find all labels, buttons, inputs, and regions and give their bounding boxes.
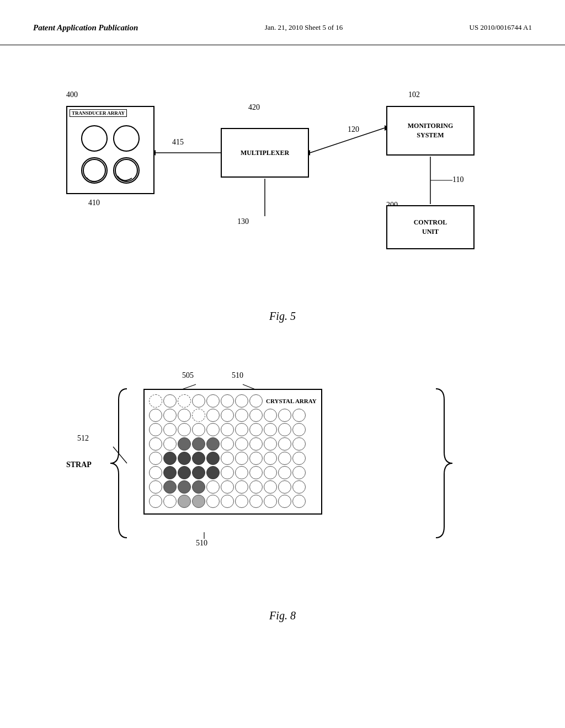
c2-8: [249, 409, 263, 422]
c6-8: [249, 466, 263, 479]
c1-1: [149, 394, 162, 408]
c7-7: [235, 480, 248, 494]
label-512: 512: [77, 434, 89, 443]
c5-6: [221, 452, 234, 465]
c4-5: [206, 437, 220, 451]
control-box: CONTROL UNIT: [386, 205, 475, 249]
c3-2: [163, 423, 177, 436]
c6-6: [221, 466, 234, 479]
c2-9: [264, 409, 277, 422]
c7-3: [178, 480, 191, 494]
crystal-row-2: [149, 409, 317, 422]
crystal-row-1: CRYSTAL ARRAY: [149, 394, 317, 408]
c4-7: [235, 437, 248, 451]
c4-2: [163, 437, 177, 451]
c6-5: [206, 466, 220, 479]
c3-9: [264, 423, 277, 436]
label-415: 415: [172, 138, 184, 147]
c7-2: [163, 480, 177, 494]
figure-5: 400 TRANSDUCER ARRAY: [33, 73, 532, 304]
c2-4: [192, 409, 205, 422]
page-content: 400 TRANSDUCER ARRAY: [0, 45, 565, 639]
c5-4: [192, 452, 205, 465]
c7-11: [292, 480, 306, 494]
label-102: 102: [408, 90, 420, 99]
c2-10: [278, 409, 291, 422]
c2-7: [235, 409, 248, 422]
label-420: 420: [248, 103, 260, 112]
c2-11: [292, 409, 306, 422]
c8-10: [278, 495, 291, 508]
c8-8: [249, 495, 263, 508]
c6-7: [235, 466, 248, 479]
crystal-row-8: [149, 495, 317, 508]
c2-3: [178, 409, 191, 422]
c4-8: [249, 437, 263, 451]
label-120: 120: [348, 125, 359, 134]
c7-4: [192, 480, 205, 494]
c8-9: [264, 495, 277, 508]
label-130: 130: [237, 217, 249, 226]
crystal-row-4: [149, 437, 317, 451]
multiplexer-label: MULTIPLEXER: [241, 149, 289, 157]
c6-11: [292, 466, 306, 479]
c7-5: [206, 480, 220, 494]
c4-10: [278, 437, 291, 451]
fig8-caption: Fig. 8: [33, 609, 532, 622]
c6-9: [264, 466, 277, 479]
c5-1: [149, 452, 162, 465]
svg-point-10: [115, 159, 137, 181]
c3-7: [235, 423, 248, 436]
c8-5: [206, 495, 220, 508]
c3-3: [178, 423, 191, 436]
c8-3: [178, 495, 191, 508]
label-110: 110: [452, 175, 463, 184]
c7-1: [149, 480, 162, 494]
patent-number-label: US 2010/0016744 A1: [470, 22, 532, 32]
c2-1: [149, 409, 162, 422]
c3-1: [149, 423, 162, 436]
c6-1: [149, 466, 162, 479]
c7-6: [221, 480, 234, 494]
c8-4: [192, 495, 205, 508]
c8-11: [292, 495, 306, 508]
c8-1: [149, 495, 162, 508]
date-sheet-label: Jan. 21, 2010 Sheet 5 of 16: [265, 22, 343, 32]
c4-1: [149, 437, 162, 451]
c6-10: [278, 466, 291, 479]
label-505: 505: [182, 371, 194, 380]
c4-11: [292, 437, 306, 451]
crystal-row-3: [149, 423, 317, 436]
c3-10: [278, 423, 291, 436]
svg-line-13: [113, 447, 127, 463]
c5-2: [163, 452, 177, 465]
figure-8: 505 510 512 510 STRAP CRYSTAL ARRAY: [33, 345, 532, 609]
c5-7: [235, 452, 248, 465]
transducer-array-box: TRANSDUCER ARRAY: [66, 106, 154, 194]
c4-6: [221, 437, 234, 451]
crystal-array-label: CRYSTAL ARRAY: [266, 398, 317, 404]
c3-11: [292, 423, 306, 436]
crystal-row-5: [149, 452, 317, 465]
c5-10: [278, 452, 291, 465]
crystal-row-6: [149, 466, 317, 479]
c6-4: [192, 466, 205, 479]
fig5-caption: Fig. 5: [33, 310, 532, 323]
t-circle-1: [81, 125, 108, 152]
crystal-row-7: [149, 480, 317, 494]
c3-6: [221, 423, 234, 436]
label-510-bot: 510: [196, 539, 207, 548]
c2-6: [221, 409, 234, 422]
c8-7: [235, 495, 248, 508]
c1-2: [163, 394, 177, 408]
c6-3: [178, 466, 191, 479]
c8-6: [221, 495, 234, 508]
c4-4: [192, 437, 205, 451]
label-400: 400: [66, 90, 78, 99]
c6-2: [163, 466, 177, 479]
page-header: Patent Application Publication Jan. 21, …: [0, 0, 565, 45]
c7-10: [278, 480, 291, 494]
t-circle-3: [81, 157, 108, 184]
monitoring-box: MONITORING SYSTEM: [386, 106, 475, 156]
t-circle-2: [113, 125, 140, 152]
